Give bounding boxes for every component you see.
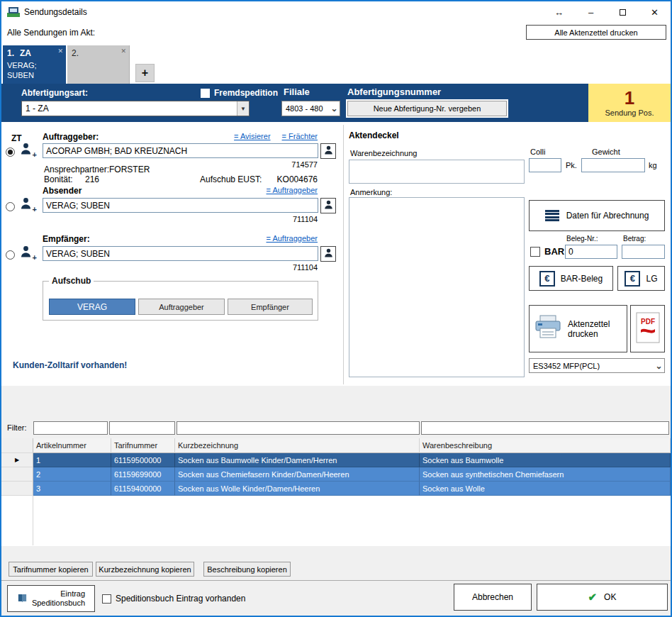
close-icon[interactable]: ✕ bbox=[639, 1, 671, 23]
warenbezeichnung-input[interactable] bbox=[349, 160, 525, 184]
aktenzettel-drucken-button[interactable]: Aktenzettel drucken bbox=[529, 305, 627, 352]
filter-label: Filter: bbox=[7, 423, 27, 432]
grid-header-selector bbox=[1, 438, 33, 453]
chevron-down-icon[interactable]: ⌄ bbox=[654, 361, 664, 371]
aufschub-eust-label: Aufschub EUST: bbox=[200, 174, 262, 184]
ok-check-icon: ✔ bbox=[588, 591, 598, 604]
chevron-down-icon[interactable]: ⌄ bbox=[329, 104, 340, 113]
auftraggeber-lookup-button[interactable] bbox=[320, 143, 336, 159]
invoice-lines-icon bbox=[545, 210, 559, 222]
radio-empfaenger[interactable] bbox=[6, 250, 15, 260]
bar-beleg-button[interactable]: € BAR-Beleg bbox=[529, 266, 613, 291]
empfaenger-number: 711104 bbox=[214, 263, 318, 272]
auftraggeber-input[interactable] bbox=[43, 143, 318, 158]
absender-links: = Auftraggeber bbox=[43, 186, 318, 194]
contact-add-absender-icon[interactable]: + bbox=[20, 196, 37, 212]
euro-icon: € bbox=[539, 271, 555, 287]
daten-fuer-abrechnung-button[interactable]: Daten für Abrechnung bbox=[529, 200, 665, 231]
minimize-icon[interactable]: – bbox=[575, 1, 607, 23]
sendung-pos-number: 1 bbox=[625, 89, 634, 107]
dispatch-band: Abfertigungsart: Fremdspedition 1 - ZA ▼… bbox=[1, 84, 671, 122]
aktendeckel-title: Aktendeckel bbox=[349, 130, 399, 140]
gewicht-unit-label: kg bbox=[649, 161, 657, 169]
filter-tarifnummer-input[interactable] bbox=[109, 421, 175, 435]
table-row[interactable]: 2 61159699000 Socken aus Chemiefasern Ki… bbox=[1, 467, 671, 482]
kurzbezeichnung-kopieren-button[interactable]: Kurzbezeichnung kopieren bbox=[96, 562, 194, 577]
ok-button[interactable]: ✔ OK bbox=[537, 584, 668, 611]
alle-aktenzettel-drucken-button[interactable]: Alle Aktenzettel drucken bbox=[526, 25, 666, 40]
table-row[interactable]: 3 61159400000 Socken aus Wolle Kinder/Da… bbox=[1, 482, 671, 496]
avisierer-link[interactable]: = Avisierer bbox=[234, 132, 270, 140]
column-header-tarifnummer[interactable]: Tarifnummer bbox=[111, 438, 175, 453]
abfertigungsart-label: Abfertigungsart: bbox=[21, 88, 88, 98]
tab1-type: ZA bbox=[20, 48, 31, 58]
app-icon bbox=[7, 7, 20, 17]
contact-add-empfaenger-icon[interactable]: + bbox=[20, 245, 37, 260]
anmerkung-textarea[interactable] bbox=[349, 197, 525, 377]
sendung-pos-panel: 1 Sendung Pos. bbox=[588, 84, 671, 122]
gewicht-input[interactable] bbox=[581, 158, 645, 172]
contact-add-auftraggeber-icon[interactable]: + bbox=[20, 142, 37, 157]
add-tab-button[interactable]: + bbox=[135, 64, 155, 82]
empfaenger-auftraggeber-link[interactable]: = Auftraggeber bbox=[267, 234, 318, 243]
tab2-close-icon[interactable]: ✕ bbox=[121, 48, 126, 55]
radio-absender[interactable] bbox=[6, 202, 15, 211]
lg-button[interactable]: € LG bbox=[617, 266, 665, 291]
column-header-kurzbezeichnung[interactable]: Kurzbezeichnung bbox=[175, 438, 420, 453]
tab-sendung-1[interactable]: 1. ZA ✕ VERAG; SUBEN bbox=[3, 45, 66, 84]
eintrag-speditionsbuch-button[interactable]: Eintrag Speditionsbuch bbox=[7, 585, 95, 612]
radio-auftraggeber[interactable] bbox=[6, 148, 15, 157]
tab-sendung-2[interactable]: 2. ✕ bbox=[67, 45, 130, 84]
betrag-input[interactable] bbox=[622, 245, 665, 259]
colli-label: Colli bbox=[530, 148, 545, 156]
sendungsdetails-window: Sendungsdetails ↔ – ✕ Alle Sendungen im … bbox=[0, 0, 672, 617]
aufschub-verag-button[interactable]: VERAG bbox=[49, 299, 135, 315]
colli-unit-label: Pk. bbox=[566, 161, 577, 169]
tab1-line2: SUBEN bbox=[7, 71, 34, 79]
tab-strip: 1. ZA ✕ VERAG; SUBEN 2. ✕ + bbox=[1, 43, 671, 84]
resize-icon[interactable]: ↔ bbox=[543, 1, 575, 23]
abbrechen-button[interactable]: Abbrechen bbox=[454, 584, 532, 611]
empfaenger-input[interactable] bbox=[43, 246, 318, 261]
speditionsbuch-checkbox[interactable] bbox=[102, 594, 111, 604]
column-header-artikelnummer[interactable]: Artikelnummer bbox=[33, 438, 111, 453]
tab1-number: 1. bbox=[7, 48, 14, 58]
book-icon bbox=[17, 593, 28, 605]
beschreibung-kopieren-button[interactable]: Beschreibung kopieren bbox=[203, 562, 291, 577]
absender-lookup-button[interactable] bbox=[320, 198, 336, 213]
table-row[interactable]: ▶ 1 61159500000 Socken aus Baumwolle Kin… bbox=[1, 453, 671, 467]
aufschub-group-title: Aufschub bbox=[49, 276, 94, 286]
copy-button-bar: Tarifnummer kopieren Kurzbezeichnung kop… bbox=[1, 546, 671, 580]
auftraggeber-links: = Avisierer = Frächter bbox=[43, 132, 318, 140]
articles-grid: Artikelnummer Tarifnummer Kurzbezeichnun… bbox=[1, 438, 671, 546]
footer-bar: Eintrag Speditionsbuch Speditionsbuch Ei… bbox=[1, 580, 671, 616]
abfertigungsart-select[interactable]: 1 - ZA ▼ bbox=[21, 101, 250, 116]
fraechter-link[interactable]: = Frächter bbox=[282, 132, 318, 140]
tab1-close-icon[interactable]: ✕ bbox=[57, 48, 63, 55]
fremdspedition-checkbox[interactable] bbox=[201, 89, 210, 98]
maximize-icon[interactable] bbox=[607, 1, 639, 23]
row-selector-arrow: ▶ bbox=[1, 453, 33, 467]
aufschub-auftraggeber-button[interactable]: Auftraggeber bbox=[138, 299, 225, 315]
aufschub-empfaenger-button[interactable]: Empfänger bbox=[228, 299, 313, 315]
person-icon bbox=[323, 199, 334, 213]
filiale-select[interactable]: 4803 - 480 ⌄ bbox=[281, 101, 340, 116]
tarifnummer-kopieren-button[interactable]: Tarifnummer kopieren bbox=[9, 562, 93, 577]
absender-auftraggeber-link[interactable]: = Auftraggeber bbox=[267, 186, 318, 194]
colli-input[interactable] bbox=[529, 158, 561, 172]
abfertigungsart-value: 1 - ZA bbox=[22, 104, 237, 113]
filter-kurzbezeichnung-input[interactable] bbox=[177, 421, 420, 435]
column-header-warenbeschreibung[interactable]: Warenbeschreibung bbox=[420, 438, 671, 453]
filter-artikelnummer-input[interactable] bbox=[33, 421, 108, 435]
beleg-nr-input[interactable] bbox=[565, 245, 617, 259]
bar-checkbox[interactable] bbox=[530, 247, 540, 257]
grid-header-row: Artikelnummer Tarifnummer Kurzbezeichnun… bbox=[1, 438, 671, 453]
dropdown-arrow-icon[interactable]: ▼ bbox=[237, 101, 249, 116]
printer-select[interactable]: ES3452 MFP(PCL) ⌄ bbox=[529, 358, 665, 373]
absender-input[interactable] bbox=[43, 198, 318, 213]
filter-warenbeschreibung-input[interactable] bbox=[421, 421, 669, 435]
aufschub-group: Aufschub VERAG Auftraggeber Empfänger bbox=[43, 281, 318, 321]
neue-abfertigung-nr-button[interactable]: Neue Abfertigung-Nr. vergeben bbox=[347, 101, 507, 116]
empfaenger-lookup-button[interactable] bbox=[320, 246, 336, 262]
pdf-button[interactable]: PDF bbox=[630, 305, 665, 352]
